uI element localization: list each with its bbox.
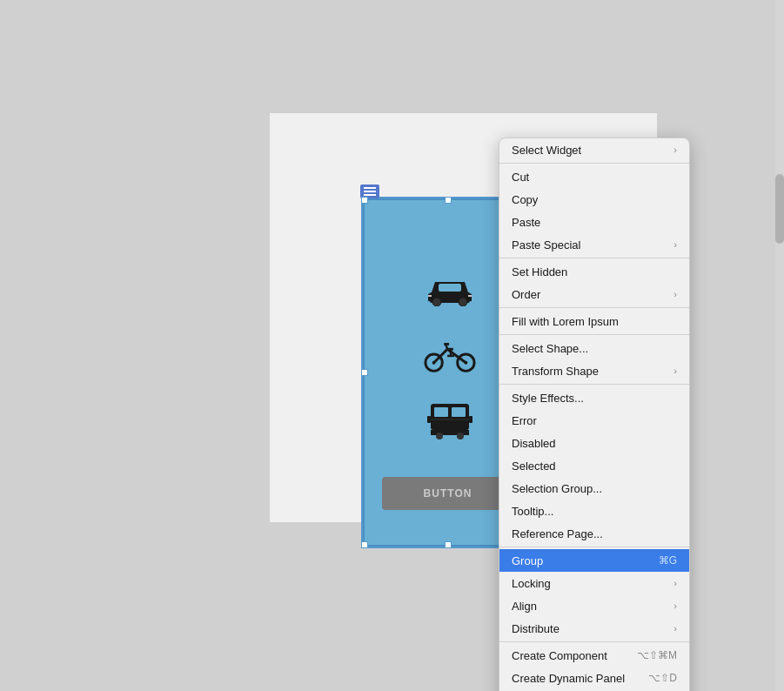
arrow-align: › xyxy=(673,600,677,611)
handle-tl[interactable] xyxy=(361,197,368,204)
svg-point-5 xyxy=(459,298,467,306)
divider-1 xyxy=(499,163,689,164)
menu-label-locking: Locking xyxy=(512,577,551,590)
divider-2 xyxy=(499,258,689,258)
svg-point-4 xyxy=(432,298,441,306)
menu-item-group[interactable]: Group ⌘G xyxy=(499,549,689,572)
handle-ml[interactable] xyxy=(361,369,368,376)
menu-item-create-component[interactable]: Create Component ⌥⇧⌘M xyxy=(499,644,689,667)
menu-item-locking[interactable]: Locking › xyxy=(499,572,689,594)
menu-item-cut[interactable]: Cut xyxy=(499,165,689,188)
menu-label-fill-lorem: Fill with Lorem Ipsum xyxy=(512,315,619,328)
menu-label-reference-page: Reference Page... xyxy=(512,527,603,540)
handle-bm[interactable] xyxy=(445,541,452,548)
menu-item-paste-special[interactable]: Paste Special › xyxy=(499,233,689,256)
svg-rect-1 xyxy=(364,191,376,192)
menu-item-copy[interactable]: Copy xyxy=(499,188,689,211)
divider-3 xyxy=(499,307,689,308)
menu-label-order: Order xyxy=(512,288,540,301)
menu-item-fill-lorem[interactable]: Fill with Lorem Ipsum xyxy=(499,310,689,332)
context-menu: Select Widget › Cut Copy Paste Paste Spe… xyxy=(499,138,690,691)
arrow-locking: › xyxy=(673,578,677,588)
arrow-distribute: › xyxy=(673,623,677,634)
menu-item-set-hidden[interactable]: Set Hidden xyxy=(499,260,689,283)
menu-label-tooltip: Tooltip... xyxy=(512,505,553,518)
menu-label-selection-group: Selection Group... xyxy=(512,482,602,495)
menu-item-create-dynamic-panel[interactable]: Create Dynamic Panel ⌥⇧D xyxy=(499,667,689,689)
menu-label-cut: Cut xyxy=(512,171,529,184)
menu-item-reference-page[interactable]: Reference Page... xyxy=(499,522,689,545)
svg-point-23 xyxy=(457,433,464,439)
menu-label-style-effects: Style Effects... xyxy=(512,392,584,405)
svg-rect-6 xyxy=(439,284,461,292)
menu-item-style-effects[interactable]: Style Effects... xyxy=(499,386,689,409)
arrow-order: › xyxy=(673,289,677,299)
menu-item-error[interactable]: Error xyxy=(499,409,689,432)
svg-line-11 xyxy=(434,349,447,362)
menu-label-group: Group xyxy=(512,554,543,567)
widget-button[interactable]: BUTTON xyxy=(382,477,513,510)
menu-label-create-component: Create Component xyxy=(512,649,607,662)
menu-item-distribute[interactable]: Distribute › xyxy=(499,617,689,640)
menu-label-select-widget: Select Widget xyxy=(512,144,581,157)
svg-rect-25 xyxy=(427,416,431,423)
menu-item-order[interactable]: Order › xyxy=(499,283,689,305)
divider-5 xyxy=(499,384,689,385)
car-icon xyxy=(424,270,476,309)
bus-icon xyxy=(424,400,476,439)
create-component-shortcut: ⌥⇧⌘M xyxy=(637,649,677,661)
menu-item-tooltip[interactable]: Tooltip... xyxy=(499,500,689,522)
menu-label-transform-shape: Transform Shape xyxy=(512,365,599,378)
bike-icon xyxy=(424,335,476,374)
menu-label-selected: Selected xyxy=(512,460,556,473)
menu-label-align: Align xyxy=(512,600,537,613)
button-label: BUTTON xyxy=(424,487,472,500)
svg-rect-26 xyxy=(469,416,472,423)
svg-rect-20 xyxy=(434,407,448,417)
menu-label-disabled: Disabled xyxy=(512,437,556,450)
divider-7 xyxy=(499,641,689,642)
divider-6 xyxy=(499,547,689,547)
menu-label-paste-special: Paste Special xyxy=(512,238,581,252)
menu-item-select-widget[interactable]: Select Widget › xyxy=(499,138,689,161)
menu-item-disabled[interactable]: Disabled xyxy=(499,432,689,454)
group-shortcut: ⌘G xyxy=(659,554,677,567)
menu-item-align[interactable]: Align › xyxy=(499,594,689,617)
menu-label-select-shape: Select Shape... xyxy=(512,342,588,355)
menu-label-set-hidden: Set Hidden xyxy=(512,265,567,278)
menu-item-paste[interactable]: Paste xyxy=(499,211,689,233)
menu-item-selected[interactable]: Selected xyxy=(499,454,689,477)
arrow-select-widget: › xyxy=(673,144,677,155)
menu-label-distribute: Distribute xyxy=(512,622,560,635)
menu-label-copy: Copy xyxy=(512,193,538,206)
divider-4 xyxy=(499,334,689,335)
handle-tm[interactable] xyxy=(445,197,452,204)
svg-point-22 xyxy=(436,433,443,439)
scrollbar-thumb[interactable] xyxy=(775,174,784,244)
arrow-transform-shape: › xyxy=(673,366,677,376)
menu-label-paste: Paste xyxy=(512,216,540,229)
svg-rect-2 xyxy=(364,194,376,196)
menu-item-select-shape[interactable]: Select Shape... xyxy=(499,337,689,359)
menu-label-create-dynamic-panel: Create Dynamic Panel xyxy=(512,672,625,685)
svg-rect-21 xyxy=(452,407,466,417)
create-dynamic-panel-shortcut: ⌥⇧D xyxy=(648,672,677,684)
arrow-paste-special: › xyxy=(673,239,677,250)
menu-item-transform-shape[interactable]: Transform Shape › xyxy=(499,359,689,382)
svg-rect-0 xyxy=(364,187,376,189)
menu-item-selection-group[interactable]: Selection Group... xyxy=(499,477,689,500)
handle-bl[interactable] xyxy=(361,541,368,548)
scrollbar-track xyxy=(775,0,784,691)
menu-label-error: Error xyxy=(512,414,537,427)
